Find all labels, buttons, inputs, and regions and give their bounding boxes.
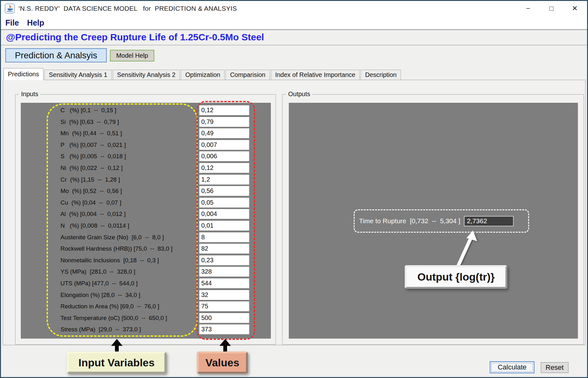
input-row-label: Al (%) [0,004 -- 0,012 ] (60, 211, 126, 218)
input-row: Stress (MPa) [29,0 -- 373,0 ] (21, 324, 271, 335)
input-row-label: UTS (MPa) [477,0 -- 544,0 ] (60, 280, 138, 287)
outputs-groupbox: Outputs Time to Rupture [0,732 -- 5,304 … (282, 94, 584, 345)
input-row: Cr (%) [1,15 -- 1,28 ] (21, 174, 271, 186)
input-value-field[interactable] (199, 117, 249, 127)
close-button-icon[interactable]: ✕ (570, 4, 579, 13)
input-value-field[interactable] (199, 186, 249, 196)
java-app-icon (5, 3, 15, 14)
values-annotation-box: Values (197, 352, 248, 374)
input-row: UTS (MPa) [477,0 -- 544,0 ] (21, 278, 271, 289)
input-row-label: YS (MPa) [281,0 -- 328,0 ] (60, 268, 135, 275)
input-value-field[interactable] (199, 197, 249, 208)
title-bar: 'N.S. REDDY' DATA SCIENCE MODEL for PRED… (1, 1, 587, 16)
input-row: Mn (%) [0,44 -- 0,51 ] (21, 128, 271, 139)
input-row-label: Test Temperature (oC) [500,0 -- 650,0 ] (60, 315, 167, 322)
input-variables-annotation-box: Input Variables (67, 352, 166, 374)
tab-optimization[interactable]: Optimization (181, 70, 225, 80)
input-row-label: Cr (%) [1,15 -- 1,28 ] (60, 176, 120, 183)
menu-file[interactable]: File (5, 18, 19, 27)
input-value-field[interactable] (199, 290, 249, 300)
input-value-field[interactable] (199, 278, 249, 288)
input-row: Reduction in Area (%) [69,0 -- 76,0 ] (21, 301, 271, 312)
tab-sensitivity-analysis-1[interactable]: Sensitivity Analysis 1 (44, 70, 112, 80)
tab-bar: PredictionsSensitivity Analysis 1Sensiti… (3, 68, 401, 80)
input-row: Austenite Grain Size (No) [6,0 -- 8,0 ] (21, 232, 271, 243)
outputs-panel: Time to Rupture [0,732 -- 5,304 ] 2,7362 (289, 103, 578, 339)
input-value-field[interactable] (199, 243, 249, 254)
inputs-group-label: Inputs (19, 90, 40, 98)
input-value-field[interactable] (199, 209, 249, 219)
input-value-field[interactable] (199, 128, 249, 138)
input-row: Al (%) [0,004 -- 0,012 ] (21, 208, 271, 220)
tab-sensitivity-analysis-2[interactable]: Sensitivity Analysis 2 (113, 70, 180, 80)
input-row-label: Nonmetallic Inclusions [0,18 -- 0,3 ] (60, 257, 159, 264)
tab-comparision[interactable]: Comparision (225, 70, 270, 80)
input-row: Ni (%) [0,022 -- 0,12 ] (21, 162, 271, 174)
input-value-field[interactable] (199, 301, 249, 311)
input-row: Elongation (%) [28,0 -- 34,0 ] (21, 289, 271, 301)
input-row: Test Temperature (oC) [500,0 -- 650,0 ] (21, 312, 271, 324)
inputs-panel: C (%) [0,1 -- 0,15 ]Si (%) [0,63 -- 0,79… (21, 103, 271, 339)
input-row-label: Mn (%) [0,44 -- 0,51 ] (60, 130, 122, 137)
menu-bar: File Help (1, 16, 587, 30)
values-arrow-icon (219, 339, 231, 352)
input-row: S (%) [0,005 -- 0,018 ] (21, 151, 271, 162)
maximize-button-icon[interactable]: □ (547, 4, 556, 13)
input-row: Nonmetallic Inclusions [0,18 -- 0,3 ] (21, 255, 271, 266)
app-window: 'N.S. REDDY' DATA SCIENCE MODEL for PRED… (0, 0, 588, 378)
reset-button[interactable]: Reset (541, 362, 568, 373)
input-rows: C (%) [0,1 -- 0,15 ]Si (%) [0,63 -- 0,79… (21, 105, 271, 335)
input-value-field[interactable] (199, 324, 249, 334)
heading-strip: @Predicting the Creep Rupture Life of 1.… (1, 31, 587, 45)
input-row-label: Cu (%) [0,04 -- 0,07 ] (60, 199, 121, 206)
inputs-groupbox: Inputs C (%) [0,1 -- 0,15 ]Si (%) [0,63 … (15, 94, 276, 345)
input-row: N (%) [0,008 -- 0,0114 ] (21, 220, 271, 232)
model-help-button[interactable]: Model Help (110, 50, 154, 61)
input-row: Cu (%) [0,04 -- 0,07 ] (21, 197, 271, 209)
input-row: Si (%) [0,63 -- 0,79 ] (21, 116, 271, 128)
tab-description[interactable]: Description (361, 70, 401, 80)
input-value-field[interactable] (199, 313, 249, 323)
prediction-analysis-button[interactable]: Prediction & Analsyis (5, 48, 107, 62)
input-row: C (%) [0,1 -- 0,15 ] (21, 105, 271, 116)
input-row-label: Stress (MPa) [29,0 -- 373,0 ] (60, 326, 141, 333)
minimize-button-icon[interactable]: − (523, 4, 533, 13)
input-variables-arrow-icon (111, 339, 123, 352)
input-row: Mo (%) [0,52 -- 0,56 ] (21, 185, 271, 197)
input-row: Rockwell Hardness (HRB)) [75,0 -- 83,0 ] (21, 243, 271, 255)
input-value-field[interactable] (199, 220, 249, 231)
time-to-rupture-label: Time to Rupture [0,732 -- 5,304 ] (359, 217, 460, 225)
input-row-label: N (%) [0,008 -- 0,0114 ] (60, 222, 129, 229)
input-row-label: Ni (%) [0,022 -- 0,12 ] (60, 165, 123, 172)
input-row-label: P (%) [0,007 -- 0,021 ] (60, 142, 126, 148)
window-title: 'N.S. REDDY' DATA SCIENCE MODEL for PRED… (19, 5, 237, 12)
input-value-field[interactable] (199, 255, 249, 265)
input-value-field[interactable] (199, 174, 249, 185)
input-value-field[interactable] (199, 140, 249, 150)
input-row: YS (MPa) [281,0 -- 328,0 ] (21, 266, 271, 278)
tab-index-of-relative-importance[interactable]: Index of Relative Importance (271, 70, 360, 80)
input-value-field[interactable] (199, 105, 249, 115)
tab-predictions[interactable]: Predictions (3, 68, 43, 80)
calculate-button[interactable]: Calculate (490, 361, 534, 373)
input-value-field[interactable] (199, 163, 249, 173)
input-row-label: Reduction in Area (%) [69,0 -- 76,0 ] (60, 303, 159, 310)
outputs-group-label: Outputs (286, 90, 312, 98)
input-value-field[interactable] (199, 232, 249, 242)
input-row: P (%) [0,007 -- 0,021 ] (21, 139, 271, 151)
input-row-label: Elongation (%) [28,0 -- 34,0 ] (60, 292, 140, 299)
input-row-label: S (%) [0,005 -- 0,018 ] (60, 153, 126, 160)
input-row-label: Si (%) [0,63 -- 0,79 ] (60, 119, 119, 125)
output-highlight-box: Time to Rupture [0,732 -- 5,304 ] 2,7362 (354, 209, 529, 233)
input-value-field[interactable] (199, 266, 249, 277)
input-value-field[interactable] (199, 151, 249, 161)
output-annotation-box: Output {log(tr)} (405, 265, 507, 289)
output-annotation-arrow-icon (448, 230, 483, 270)
time-to-rupture-value[interactable]: 2,7362 (464, 216, 514, 226)
input-row-label: Austenite Grain Size (No) [6,0 -- 8,0 ] (60, 234, 164, 241)
input-row-label: C (%) [0,1 -- 0,15 ] (60, 107, 116, 114)
input-row-label: Mo (%) [0,52 -- 0,56 ] (60, 188, 122, 195)
page-title: @Predicting the Creep Rupture Life of 1.… (6, 32, 264, 43)
menu-help[interactable]: Help (27, 18, 44, 27)
input-row-label: Rockwell Hardness (HRB)) [75,0 -- 83,0 ] (60, 245, 173, 252)
